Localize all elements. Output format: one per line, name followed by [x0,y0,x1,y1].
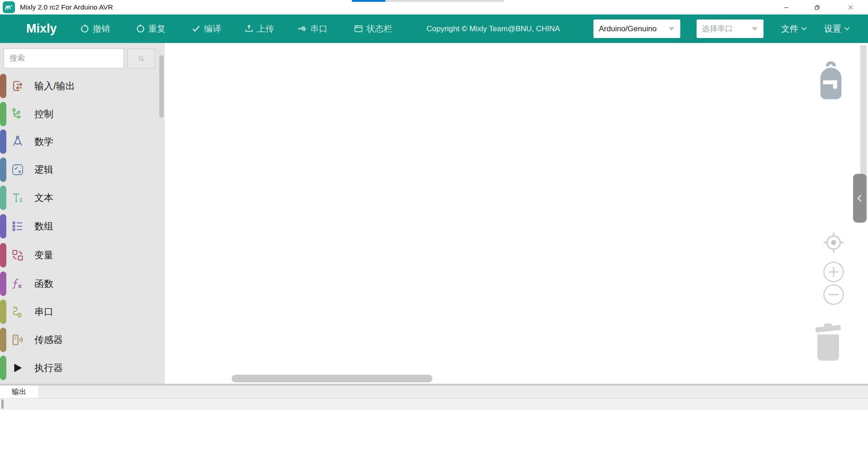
redo-icon [136,24,145,33]
category-color-pill [0,243,6,267]
board-select-value: Arduino/Genuino [599,24,657,33]
category-color-pill [0,129,6,154]
zoom-out-button[interactable] [822,283,845,306]
chevron-left-icon [855,192,865,204]
port-select-placeholder: 选择串口 [702,24,733,34]
sidebar-category-math[interactable]: 数学 [0,129,157,154]
category-label: 文本 [34,186,53,210]
port-select[interactable]: 选择串口 [697,19,764,38]
category-color-pill [0,102,6,126]
category-color-pill [0,157,6,182]
category-color-pill [0,186,6,210]
fx-icon [11,277,24,291]
output-tabstrip: 输出 [0,386,868,398]
blockly-workspace[interactable] [165,43,868,384]
compass-icon [11,135,24,148]
category-color-pill [0,214,6,238]
trash-icon[interactable] [813,319,843,363]
toolbar-button-serial[interactable]: 串口 [298,14,327,43]
close-button[interactable] [839,0,862,14]
sidebar-category-control[interactable]: 控制 [0,102,157,126]
mixly-logo-icon [3,1,15,13]
category-color-pill [0,328,6,352]
category-color-pill [0,356,6,380]
sidebar-category-function[interactable]: 函数 [0,272,157,296]
sidebar-category-io[interactable]: 输入/输出 [0,74,157,98]
category-label: 控制 [34,102,53,126]
branch-icon [11,107,24,121]
sidebar-category-actuator[interactable]: 执行器 [0,356,157,380]
backpack-icon[interactable] [817,59,845,103]
toolbar-button-redo[interactable]: 重复 [136,14,166,43]
list-icon [11,219,24,233]
block-category-sidebar: 输入/输出控制数学逻辑文本数组变量函数串口传感器执行器 [0,43,165,384]
console-output[interactable] [0,398,868,410]
category-label: 执行器 [34,356,63,380]
workspace-horizontal-scrollbar[interactable] [232,375,432,382]
swap-boxes-icon [11,248,24,262]
copyright-text: Copyright © Mixly Team@BNU, CHINA [427,14,560,43]
top-accent-strip [352,0,385,2]
chevron-down-icon [844,27,850,31]
search-button[interactable] [127,48,155,68]
category-color-pill [0,74,6,98]
usb-serial-icon [298,24,307,33]
category-label: 输入/输出 [34,74,75,98]
category-label: 逻辑 [34,157,53,182]
board-select[interactable]: Arduino/Genuino [593,19,680,38]
toolbar-button-statusbar[interactable]: 状态栏 [354,14,392,43]
settings-menu[interactable]: 设置 [824,14,850,43]
chevron-down-icon [801,27,807,31]
sensor-waves-icon [11,333,24,347]
top-gray-strip [385,0,504,2]
toolbar-button-label: 状态栏 [366,23,392,35]
sidebar-category-logic[interactable]: 逻辑 [0,157,157,182]
crosshair-icon [821,230,846,255]
toolbar-button-label: 重复 [148,23,166,35]
play-triangle-icon [11,361,24,375]
mixly-brand[interactable]: Mixly [26,14,57,43]
upload-icon [244,24,254,33]
minus-icon [822,283,845,306]
toolbar-button-label: 上传 [257,23,274,35]
sidebar-category-serial[interactable]: 串口 [0,300,157,324]
statusbar-icon [354,24,363,33]
sidebar-category-variable[interactable]: 变量 [0,243,157,267]
toolbar-button-undo[interactable]: 撤销 [80,14,110,43]
main-toolbar: Mixly 撤销重复编译上传串口状态栏 Copyright © Mixly Te… [0,14,868,43]
center-view-button[interactable] [821,230,846,255]
restore-button[interactable] [805,0,829,14]
category-label: 变量 [34,243,53,267]
tab-output[interactable]: 输出 [0,386,38,398]
title-bar: Mixly 2.0 rc2 For Arduino AVR [0,0,868,14]
category-label: 串口 [34,300,53,324]
minimize-button[interactable] [774,0,798,14]
zoom-in-button[interactable] [822,261,845,283]
toolbar-button-label: 编译 [204,23,221,35]
search-input[interactable] [4,48,124,68]
input-output-icon [11,79,24,93]
cable-icon [11,305,24,319]
sidebar-scrollbar[interactable] [159,55,164,118]
toolbar-button-label: 串口 [310,23,327,35]
console-caret [1,400,4,409]
toolbar-button-label: 撤销 [93,23,110,35]
sidebar-category-array[interactable]: 数组 [0,214,157,238]
plus-icon [822,261,845,283]
text-t-icon [11,191,24,205]
search-icon [137,54,146,63]
toolbar-button-compile[interactable]: 编译 [191,14,221,43]
undo-icon [80,24,90,33]
category-label: 函数 [34,272,53,296]
sidebar-category-text[interactable]: 文本 [0,186,157,210]
file-menu[interactable]: 文件 [781,14,807,43]
chevron-down-icon [751,27,758,31]
checkbox-icon [11,163,24,176]
sidebar-category-sensor[interactable]: 传感器 [0,328,157,352]
chevron-down-icon [668,27,675,31]
category-label: 数组 [34,214,53,238]
compile-check-icon [191,24,201,33]
toolbar-button-upload[interactable]: 上传 [244,14,274,43]
code-panel-collapse-tab[interactable] [853,174,867,223]
category-label: 传感器 [34,328,63,352]
